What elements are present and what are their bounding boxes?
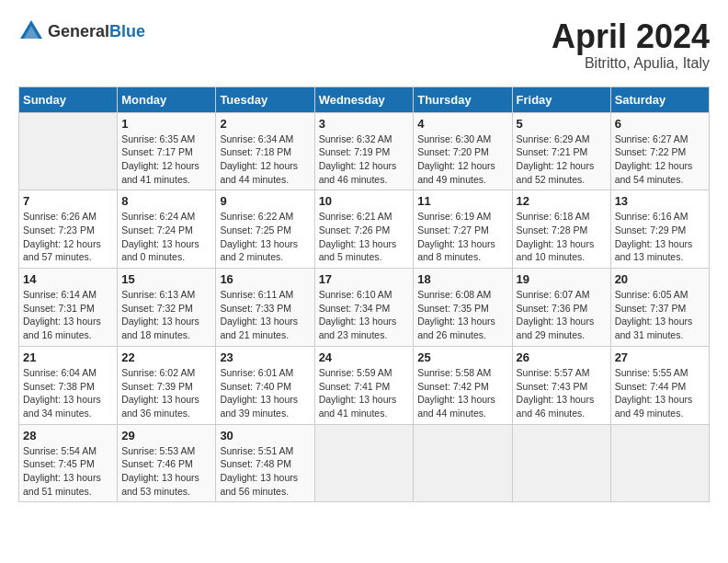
day-info: Sunrise: 6:11 AM Sunset: 7:33 PM Dayligh… <box>220 288 310 342</box>
day-info: Sunrise: 6:32 AM Sunset: 7:19 PM Dayligh… <box>319 132 410 187</box>
week-row-2: 7Sunrise: 6:26 AM Sunset: 7:23 PM Daylig… <box>19 190 710 269</box>
day-info: Sunrise: 6:30 AM Sunset: 7:20 PM Dayligh… <box>417 132 507 187</box>
day-cell <box>414 424 512 502</box>
day-cell: 7Sunrise: 6:26 AM Sunset: 7:23 PM Daylig… <box>19 190 118 269</box>
day-cell: 24Sunrise: 5:59 AM Sunset: 7:41 PM Dayli… <box>314 346 414 424</box>
day-info: Sunrise: 6:07 AM Sunset: 7:36 PM Dayligh… <box>517 288 607 342</box>
header-cell-wednesday: Wednesday <box>314 86 414 112</box>
day-cell: 21Sunrise: 6:04 AM Sunset: 7:38 PM Dayli… <box>19 346 118 424</box>
title-block: April 2024 Bitritto, Apulia, Italy <box>552 18 710 72</box>
day-number: 25 <box>417 350 507 364</box>
day-info: Sunrise: 6:19 AM Sunset: 7:27 PM Dayligh… <box>417 210 507 264</box>
day-cell: 5Sunrise: 6:29 AM Sunset: 7:21 PM Daylig… <box>512 112 610 190</box>
day-cell: 26Sunrise: 5:57 AM Sunset: 7:43 PM Dayli… <box>512 346 610 424</box>
day-number: 22 <box>121 350 211 364</box>
day-cell: 15Sunrise: 6:13 AM Sunset: 7:32 PM Dayli… <box>118 269 216 347</box>
day-info: Sunrise: 6:01 AM Sunset: 7:40 PM Dayligh… <box>220 366 310 420</box>
day-info: Sunrise: 6:27 AM Sunset: 7:22 PM Dayligh… <box>615 132 705 187</box>
day-number: 10 <box>319 194 410 208</box>
day-cell: 13Sunrise: 6:16 AM Sunset: 7:29 PM Dayli… <box>610 190 709 269</box>
day-number: 18 <box>417 272 507 286</box>
day-cell: 11Sunrise: 6:19 AM Sunset: 7:27 PM Dayli… <box>414 190 512 269</box>
week-row-3: 14Sunrise: 6:14 AM Sunset: 7:31 PM Dayli… <box>19 269 710 347</box>
day-cell: 18Sunrise: 6:08 AM Sunset: 7:35 PM Dayli… <box>414 269 512 347</box>
page-header: GeneralBlue April 2024 Bitritto, Apulia,… <box>18 18 710 72</box>
day-number: 9 <box>220 194 310 208</box>
header-row: SundayMondayTuesdayWednesdayThursdayFrid… <box>19 86 710 112</box>
day-cell: 30Sunrise: 5:51 AM Sunset: 7:48 PM Dayli… <box>216 424 314 502</box>
day-number: 12 <box>517 194 607 208</box>
day-info: Sunrise: 5:57 AM Sunset: 7:43 PM Dayligh… <box>517 366 607 420</box>
day-cell <box>314 424 414 502</box>
day-number: 13 <box>615 194 705 208</box>
day-number: 4 <box>417 117 507 131</box>
day-number: 26 <box>517 350 607 364</box>
day-cell <box>19 112 118 190</box>
day-number: 27 <box>615 350 705 364</box>
day-info: Sunrise: 6:24 AM Sunset: 7:24 PM Dayligh… <box>121 210 211 264</box>
day-info: Sunrise: 6:02 AM Sunset: 7:39 PM Dayligh… <box>121 366 211 420</box>
day-number: 11 <box>417 194 507 208</box>
day-cell: 29Sunrise: 5:53 AM Sunset: 7:46 PM Dayli… <box>118 424 216 502</box>
location-title: Bitritto, Apulia, Italy <box>552 55 710 72</box>
day-number: 24 <box>319 350 410 364</box>
day-cell: 14Sunrise: 6:14 AM Sunset: 7:31 PM Dayli… <box>19 269 118 347</box>
day-cell: 1Sunrise: 6:35 AM Sunset: 7:17 PM Daylig… <box>118 112 216 190</box>
day-info: Sunrise: 5:53 AM Sunset: 7:46 PM Dayligh… <box>121 444 211 499</box>
day-number: 1 <box>121 117 211 131</box>
day-cell: 10Sunrise: 6:21 AM Sunset: 7:26 PM Dayli… <box>314 190 414 269</box>
header-cell-saturday: Saturday <box>610 86 709 112</box>
day-cell: 16Sunrise: 6:11 AM Sunset: 7:33 PM Dayli… <box>216 269 314 347</box>
day-cell: 19Sunrise: 6:07 AM Sunset: 7:36 PM Dayli… <box>512 269 610 347</box>
day-info: Sunrise: 6:05 AM Sunset: 7:37 PM Dayligh… <box>615 288 705 342</box>
week-row-1: 1Sunrise: 6:35 AM Sunset: 7:17 PM Daylig… <box>19 112 710 190</box>
logo-text-blue: Blue <box>109 22 145 40</box>
day-info: Sunrise: 5:51 AM Sunset: 7:48 PM Dayligh… <box>220 444 310 499</box>
day-cell: 2Sunrise: 6:34 AM Sunset: 7:18 PM Daylig… <box>216 112 314 190</box>
header-cell-sunday: Sunday <box>19 86 118 112</box>
day-number: 3 <box>319 117 410 131</box>
day-info: Sunrise: 5:54 AM Sunset: 7:45 PM Dayligh… <box>23 444 113 499</box>
day-info: Sunrise: 6:13 AM Sunset: 7:32 PM Dayligh… <box>121 288 211 342</box>
day-cell: 20Sunrise: 6:05 AM Sunset: 7:37 PM Dayli… <box>610 269 709 347</box>
day-number: 30 <box>220 429 310 442</box>
week-row-5: 28Sunrise: 5:54 AM Sunset: 7:45 PM Dayli… <box>19 424 710 502</box>
day-number: 14 <box>23 272 113 286</box>
day-cell: 17Sunrise: 6:10 AM Sunset: 7:34 PM Dayli… <box>314 269 414 347</box>
day-cell <box>512 424 610 502</box>
day-number: 16 <box>220 272 310 286</box>
day-cell: 28Sunrise: 5:54 AM Sunset: 7:45 PM Dayli… <box>19 424 118 502</box>
header-cell-friday: Friday <box>512 86 610 112</box>
day-info: Sunrise: 6:35 AM Sunset: 7:17 PM Dayligh… <box>121 132 211 187</box>
day-info: Sunrise: 6:34 AM Sunset: 7:18 PM Dayligh… <box>220 132 310 187</box>
day-number: 20 <box>615 272 705 286</box>
header-cell-monday: Monday <box>118 86 216 112</box>
day-info: Sunrise: 5:55 AM Sunset: 7:44 PM Dayligh… <box>615 366 705 420</box>
calendar-table: SundayMondayTuesdayWednesdayThursdayFrid… <box>18 86 710 503</box>
day-info: Sunrise: 6:21 AM Sunset: 7:26 PM Dayligh… <box>319 210 410 264</box>
day-info: Sunrise: 5:59 AM Sunset: 7:41 PM Dayligh… <box>319 366 410 420</box>
day-cell: 27Sunrise: 5:55 AM Sunset: 7:44 PM Dayli… <box>610 346 709 424</box>
day-number: 2 <box>220 117 310 131</box>
month-title: April 2024 <box>552 18 710 55</box>
day-cell: 3Sunrise: 6:32 AM Sunset: 7:19 PM Daylig… <box>314 112 414 190</box>
day-cell: 6Sunrise: 6:27 AM Sunset: 7:22 PM Daylig… <box>610 112 709 190</box>
day-number: 21 <box>23 350 113 364</box>
day-info: Sunrise: 6:22 AM Sunset: 7:25 PM Dayligh… <box>220 210 310 264</box>
day-info: Sunrise: 6:14 AM Sunset: 7:31 PM Dayligh… <box>23 288 113 342</box>
day-number: 15 <box>121 272 211 286</box>
header-cell-tuesday: Tuesday <box>216 86 314 112</box>
day-info: Sunrise: 6:29 AM Sunset: 7:21 PM Dayligh… <box>517 132 607 187</box>
day-info: Sunrise: 6:26 AM Sunset: 7:23 PM Dayligh… <box>23 210 113 264</box>
day-number: 6 <box>615 117 705 131</box>
day-cell <box>610 424 709 502</box>
day-cell: 9Sunrise: 6:22 AM Sunset: 7:25 PM Daylig… <box>216 190 314 269</box>
day-cell: 4Sunrise: 6:30 AM Sunset: 7:20 PM Daylig… <box>414 112 512 190</box>
header-cell-thursday: Thursday <box>414 86 512 112</box>
day-info: Sunrise: 6:10 AM Sunset: 7:34 PM Dayligh… <box>319 288 410 342</box>
day-number: 23 <box>220 350 310 364</box>
day-cell: 8Sunrise: 6:24 AM Sunset: 7:24 PM Daylig… <box>118 190 216 269</box>
day-cell: 22Sunrise: 6:02 AM Sunset: 7:39 PM Dayli… <box>118 346 216 424</box>
day-number: 5 <box>517 117 607 131</box>
day-number: 8 <box>121 194 211 208</box>
